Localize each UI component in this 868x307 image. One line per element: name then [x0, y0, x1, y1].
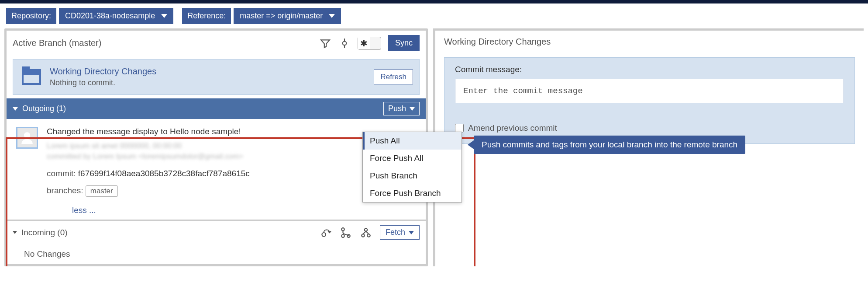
active-branch-title: Active Branch (master)	[13, 38, 101, 48]
selector-row: Repository: CD0201-38a-nodesample Refere…	[0, 3, 868, 28]
branches-label: branches:	[47, 186, 83, 195]
svg-point-5	[341, 228, 344, 231]
svg-line-12	[366, 231, 369, 234]
repo-dropdown[interactable]: CD0201-38a-nodesample	[59, 8, 173, 24]
branch-chip[interactable]: master	[86, 185, 118, 197]
dropdown-item-force-push-all[interactable]: Force Push All	[363, 150, 462, 167]
push-dropdown-menu: Push All Force Push All Push Branch Forc…	[362, 132, 462, 202]
sync-button[interactable]: Sync	[388, 35, 420, 51]
active-branch-header: Active Branch (master) ✱ Sync	[7, 31, 426, 56]
rebase-icon[interactable]	[320, 227, 332, 239]
amend-checkbox[interactable]	[455, 124, 464, 133]
less-link[interactable]: less ...	[7, 205, 426, 220]
repo-selector: Repository: CD0201-38a-nodesample	[6, 8, 173, 24]
push-tooltip: Push commits and tags from your local br…	[474, 136, 745, 154]
commit-node-icon[interactable]	[338, 37, 351, 49]
push-button[interactable]: Push	[383, 102, 420, 115]
commit-message-label: Commit message:	[455, 65, 844, 74]
no-changes-text: No Changes	[7, 244, 426, 264]
caret-down-icon	[329, 14, 335, 18]
caret-down-icon	[410, 107, 415, 111]
amend-checkbox-row[interactable]: Amend previous commit	[455, 123, 844, 133]
incoming-label: Incoming (0)	[21, 228, 68, 237]
svg-point-3	[24, 132, 30, 138]
toggle-switch[interactable]: ✱	[358, 37, 381, 50]
commit-message-input[interactable]	[455, 79, 844, 103]
repo-value: CD0201-38a-nodesample	[65, 11, 155, 21]
dropdown-item-push-branch[interactable]: Push Branch	[363, 167, 462, 185]
svg-point-10	[367, 234, 370, 237]
reference-label: Reference:	[182, 8, 231, 24]
commit-hash-label: commit:	[47, 169, 76, 178]
fetch-label: Fetch	[386, 228, 405, 237]
collapse-icon	[13, 107, 18, 111]
working-dir-title[interactable]: Working Directory Changes	[50, 66, 156, 77]
svg-point-6	[341, 234, 344, 237]
outgoing-label: Outgoing (1)	[22, 104, 66, 113]
outgoing-section-bar[interactable]: Outgoing (1) Push	[7, 98, 426, 119]
push-label: Push	[388, 104, 406, 113]
svg-point-4	[322, 233, 326, 237]
top-bar	[0, 0, 868, 3]
svg-point-8	[365, 228, 368, 231]
collapse-icon	[13, 231, 17, 234]
filter-icon[interactable]	[319, 37, 331, 49]
reference-dropdown[interactable]: master => origin/master	[234, 8, 341, 24]
amend-label: Amend previous commit	[468, 123, 557, 133]
asterisk-icon: ✱	[358, 37, 370, 49]
repo-label: Repository:	[6, 8, 56, 24]
caret-down-icon	[161, 14, 167, 18]
commit-committer-blurred: committed by Lorem Ipsum <loremipsumdolo…	[47, 152, 416, 161]
fetch-button[interactable]: Fetch	[380, 225, 420, 240]
working-dir-card: Working Directory Changes Nothing to com…	[13, 59, 420, 95]
avatar	[16, 127, 38, 149]
svg-point-9	[362, 234, 365, 237]
svg-point-0	[343, 41, 347, 45]
svg-line-11	[363, 231, 366, 234]
working-dir-subtitle: Nothing to commit.	[50, 78, 156, 87]
dropdown-item-force-push-branch[interactable]: Force Push Branch	[363, 185, 462, 202]
commit-hash: f67699f14f08aea3085b3728c38facf787a8615c	[78, 169, 250, 178]
right-panel-header: Working Directory Changes	[435, 31, 864, 53]
refresh-button[interactable]: Refresh	[374, 70, 413, 84]
commit-form: Commit message: Amend previous commit	[444, 57, 855, 144]
caret-down-icon	[409, 231, 414, 234]
folder-icon	[22, 69, 41, 85]
commit-message: Changed the message display to Hello nod…	[47, 127, 416, 136]
incoming-section-bar[interactable]: Incoming (0) Fetch	[7, 220, 426, 244]
squash-icon[interactable]	[360, 227, 372, 239]
commit-author-blurred: Lorem ipsum sit amet 0000000, 00:00:00	[47, 142, 416, 150]
dropdown-item-push-all[interactable]: Push All	[363, 132, 462, 150]
reference-value: master => origin/master	[240, 11, 323, 21]
reference-selector: Reference: master => origin/master	[182, 8, 341, 24]
merge-icon[interactable]	[340, 227, 352, 239]
